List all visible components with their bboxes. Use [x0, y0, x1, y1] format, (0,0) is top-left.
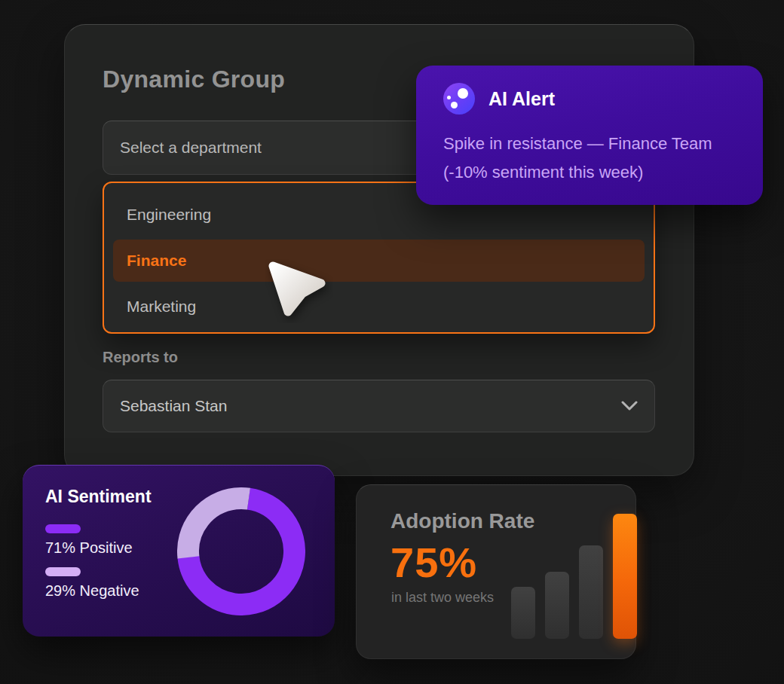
reports-to-label: Reports to: [103, 349, 178, 366]
reports-to-value: Sebastian Stan: [120, 397, 227, 415]
dropdown-option-finance[interactable]: Finance: [113, 240, 645, 282]
ai-sentiment-card: AI Sentiment 71% Positive 29% Negative: [23, 465, 335, 637]
legend-swatch-positive: [45, 524, 81, 533]
ai-alert-card: AI Alert Spike in resistance — Finance T…: [416, 66, 763, 205]
adoption-rate-value: 75%: [390, 538, 477, 587]
legend-swatch-negative: [45, 567, 81, 576]
chevron-down-icon: [621, 401, 638, 411]
dropdown-option-marketing[interactable]: Marketing: [113, 286, 645, 328]
sentiment-donut-chart: [177, 487, 305, 615]
option-label: Marketing: [127, 298, 196, 316]
legend-label-negative: 29% Negative: [45, 582, 139, 600]
dashboard-mockup: Dynamic Group Select a department Engine…: [0, 0, 784, 684]
ai-alert-title: AI Alert: [488, 88, 555, 110]
bar-highlighted: [613, 514, 637, 639]
ai-alert-message: Spike in resistance — Finance Team (-10%…: [443, 130, 745, 187]
option-label: Engineering: [127, 206, 211, 224]
page-title: Dynamic Group: [103, 66, 285, 93]
bar: [545, 572, 569, 639]
ai-sparkle-icon: [443, 83, 475, 115]
legend-label-positive: 71% Positive: [45, 539, 133, 557]
adoption-bar-chart: [511, 514, 637, 639]
ai-sentiment-title: AI Sentiment: [45, 487, 152, 507]
bar: [579, 545, 603, 639]
adoption-rate-subtitle: in last two weeks: [391, 590, 494, 606]
adoption-rate-card: Adoption Rate 75% in last two weeks: [356, 484, 636, 659]
option-label: Finance: [127, 252, 186, 270]
reports-to-select[interactable]: Sebastian Stan: [103, 380, 655, 432]
department-select-placeholder: Select a department: [120, 139, 262, 157]
bar: [511, 587, 535, 639]
